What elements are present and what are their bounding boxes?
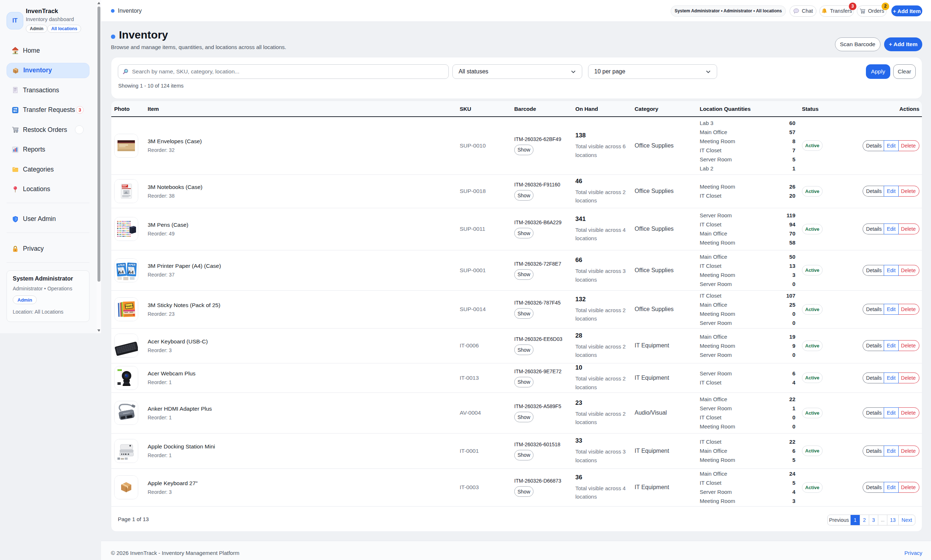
svg-text:A4: A4 bbox=[118, 269, 124, 275]
svg-text:APER: APER bbox=[128, 263, 136, 266]
svg-text:A4: A4 bbox=[128, 269, 134, 275]
svg-text:APER: APER bbox=[117, 263, 125, 266]
